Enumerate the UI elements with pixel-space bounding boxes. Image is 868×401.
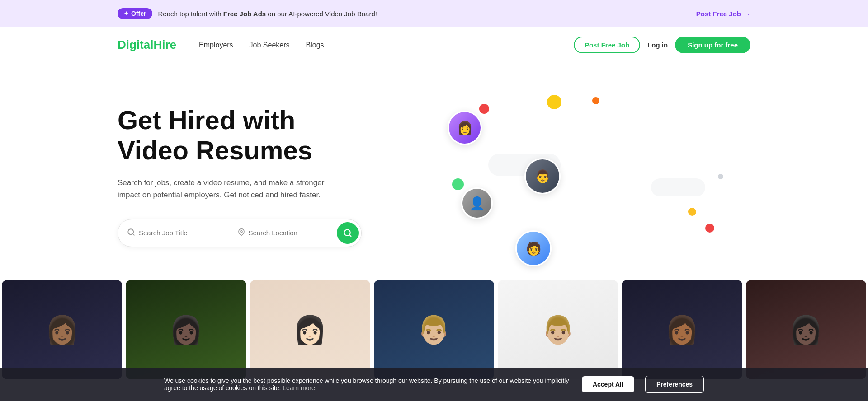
navbar-left: DigitalHire Employers Job Seekers Blogs [118,38,324,52]
search-location-input[interactable] [249,229,312,237]
navbar-post-free-button[interactable]: Post Free Job [574,37,640,53]
dot-red-1 [479,104,489,114]
dot-yellow-1 [547,95,561,109]
dot-yellow-2 [688,208,696,216]
accept-all-button[interactable]: Accept All [582,376,634,392]
hero-content: Get Hired with Video Resumes Search for … [118,105,398,247]
dot-gray-1 [718,174,723,179]
search-icon [127,228,135,238]
cookie-banner: We use cookies to give you the best poss… [0,368,868,401]
svg-line-1 [132,233,134,235]
avatar-3: 👤 [461,187,493,219]
nav-blogs[interactable]: Blogs [306,41,324,49]
top-banner: Offer Reach top talent with Free Job Ads… [0,0,868,27]
dot-orange-1 [592,97,599,104]
dot-green-1 [452,178,464,190]
navbar-login-button[interactable]: Log in [647,41,668,49]
avatar-1: 👩 [448,111,482,145]
banner-text: Reach top talent with Free Job Ads on ou… [158,10,377,18]
cookie-learn-more-link[interactable]: Learn more [283,384,315,392]
location-search-group [238,228,337,238]
logo[interactable]: DigitalHire [118,38,176,52]
job-search-group [127,228,226,238]
nav-links: Employers Job Seekers Blogs [199,41,324,49]
banner-post-free-job-link[interactable]: Post Free Job [696,10,750,18]
location-icon [238,228,245,238]
blob-2 [651,178,705,196]
preferences-button[interactable]: Preferences [645,376,704,393]
video-card-1: 👩🏾 [2,280,122,379]
avatar-2: 👨 [524,158,561,194]
search-divider [232,227,232,239]
offer-badge: Offer [118,8,152,19]
hero-title: Get Hired with Video Resumes [118,105,398,165]
nav-job-seekers[interactable]: Job Seekers [250,41,290,49]
search-bar [118,219,362,247]
svg-point-2 [241,231,242,233]
video-card-4: 👨🏼 [374,280,494,379]
video-card-3: 👩🏻 [250,280,370,379]
video-card-5: 👨🏼 [498,280,618,379]
search-job-input[interactable] [139,229,211,237]
hero-subtitle: Search for jobs, create a video resume, … [118,177,344,201]
hero-visual: 👩 👨 👤 🧑 [398,90,750,262]
nav-employers[interactable]: Employers [199,41,233,49]
dot-red-2 [705,224,714,233]
navbar: DigitalHire Employers Job Seekers Blogs … [0,27,868,63]
search-submit-button[interactable] [337,222,359,244]
banner-left: Offer Reach top talent with Free Job Ads… [118,8,377,19]
avatar-4: 🧑 [515,230,552,266]
cookie-text: We use cookies to give you the best poss… [164,377,571,392]
video-card-2: 👩🏿 [126,280,246,379]
video-row: 👩🏾 👩🏿 👩🏻 👨🏼 👨🏼 👩🏾 👩🏿 [0,280,868,379]
navbar-right: Post Free Job Log in Sign up for free [574,37,750,53]
svg-line-4 [349,235,351,237]
navbar-signup-button[interactable]: Sign up for free [675,37,750,53]
video-card-7: 👩🏿 [746,280,866,379]
hero-section: Get Hired with Video Resumes Search for … [0,63,868,280]
video-card-6: 👩🏾 [622,280,742,379]
